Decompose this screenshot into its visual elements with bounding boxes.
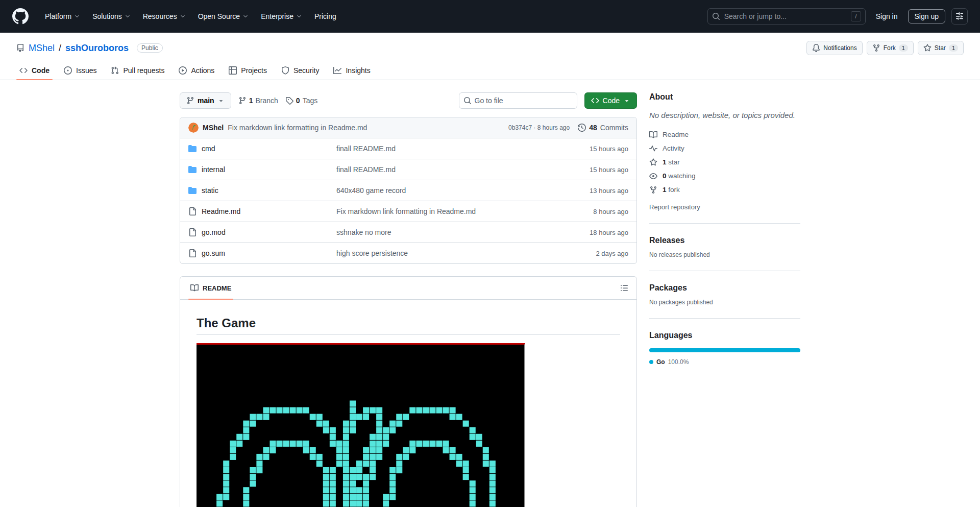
file-commit-time: 13 hours ago — [552, 187, 628, 195]
avatar[interactable] — [188, 123, 199, 133]
global-search-input[interactable]: Search or jump to... / — [707, 8, 866, 25]
code-dropdown-button[interactable]: Code — [584, 92, 637, 109]
readme-tab[interactable]: README — [188, 277, 233, 299]
sidebar-forks-link[interactable]: 1 fork — [649, 186, 800, 194]
latest-commit-bar: MShel Fix markdown link formatting in Re… — [180, 117, 636, 138]
appearance-settings-button[interactable] — [951, 8, 968, 25]
file-commit-message[interactable]: Fix markdown link formatting in Readme.m… — [336, 207, 552, 215]
game-record-image[interactable] — [197, 343, 525, 507]
book-icon — [649, 131, 657, 139]
file-name-link[interactable]: internal — [202, 165, 225, 174]
file-name-link[interactable]: cmd — [202, 144, 215, 153]
table-row[interactable]: static 640x480 game record 13 hours ago — [180, 180, 636, 201]
repo-header: MShel / sshOuroboros Public Notification… — [0, 33, 980, 59]
packages-section: Packages No packages published — [649, 271, 800, 306]
tab-issues[interactable]: Issues — [57, 61, 104, 80]
table-row[interactable]: go.mod sshnake no more 18 hours ago — [180, 222, 636, 243]
commit-history-link[interactable]: 48 Commits — [578, 124, 628, 132]
file-commit-message[interactable]: 640x480 game record — [336, 186, 552, 195]
commit-sha-time[interactable]: 0b374c7 · 8 hours ago — [508, 124, 570, 131]
nav-platform[interactable]: Platform — [40, 8, 85, 25]
sidebar-watchers-link[interactable]: 0 watching — [649, 172, 800, 180]
table-row[interactable]: go.sum high score persistence 2 days ago — [180, 243, 636, 263]
file-icon — [188, 249, 197, 257]
pulse-icon — [649, 144, 657, 153]
tab-code[interactable]: Code — [12, 61, 57, 80]
folder-icon — [188, 165, 197, 174]
file-name-link[interactable]: go.mod — [202, 228, 226, 236]
report-repository-link[interactable]: Report repository — [649, 203, 800, 211]
file-name-link[interactable]: go.sum — [202, 249, 225, 257]
language-dot — [649, 360, 653, 364]
commit-message-link[interactable]: Fix markdown link formatting in Readme.m… — [228, 124, 367, 132]
releases-empty-text: No releases published — [649, 251, 800, 258]
file-name-link[interactable]: static — [202, 186, 218, 195]
folder-icon — [188, 186, 197, 195]
sign-in-link[interactable]: Sign in — [872, 9, 902, 23]
breadcrumb: MShel / sshOuroboros Public — [16, 43, 163, 54]
packages-title: Packages — [649, 283, 800, 293]
releases-title: Releases — [649, 236, 800, 245]
tab-insights[interactable]: Insights — [326, 61, 377, 80]
sidebar-readme-link[interactable]: Readme — [649, 131, 800, 139]
language-bar — [649, 348, 800, 352]
releases-section: Releases No releases published — [649, 223, 800, 258]
languages-title: Languages — [649, 331, 800, 340]
visibility-badge: Public — [137, 43, 163, 53]
file-commit-time: 8 hours ago — [552, 208, 628, 215]
sidebar-stars-link[interactable]: 1 star — [649, 158, 800, 166]
tags-link[interactable]: 0 Tags — [285, 96, 317, 105]
file-browser: MShel Fix markdown link formatting in Re… — [180, 117, 637, 264]
star-icon — [923, 44, 932, 52]
readme-body: The Game — [180, 300, 636, 507]
repo-owner-link[interactable]: MShel — [29, 43, 55, 54]
star-button[interactable]: Star 1 — [918, 41, 964, 55]
tab-pull-requests[interactable]: Pull requests — [104, 61, 172, 80]
nav-pricing[interactable]: Pricing — [309, 8, 341, 25]
about-section: About No description, website, or topics… — [649, 92, 800, 211]
sliders-icon — [955, 12, 964, 20]
nav-enterprise[interactable]: Enterprise — [256, 8, 307, 25]
nav-solutions[interactable]: Solutions — [87, 8, 136, 25]
sign-up-button[interactable]: Sign up — [908, 9, 945, 23]
branch-icon — [238, 96, 247, 105]
file-commit-message[interactable]: sshnake no more — [336, 228, 552, 236]
folder-icon — [188, 144, 197, 153]
branch-selector[interactable]: main — [180, 92, 231, 109]
file-commit-message[interactable]: finall README.md — [336, 144, 552, 153]
search-placeholder: Search or jump to... — [724, 12, 787, 20]
branches-link[interactable]: 1 Branch — [238, 96, 278, 105]
outline-button[interactable] — [620, 284, 628, 292]
tab-security[interactable]: Security — [274, 61, 327, 80]
table-row[interactable]: Readme.md Fix markdown link formatting i… — [180, 201, 636, 222]
go-to-file-input[interactable] — [459, 92, 577, 109]
eye-icon — [649, 172, 657, 180]
commit-author-link[interactable]: MShel — [203, 124, 224, 132]
readme-header: README — [180, 277, 636, 300]
nav-resources[interactable]: Resources — [138, 8, 191, 25]
pull-request-icon — [111, 66, 119, 75]
fork-button[interactable]: Fork 1 — [867, 41, 914, 55]
fork-icon — [872, 44, 880, 52]
table-row[interactable]: internal finall README.md 15 hours ago — [180, 159, 636, 180]
repo-tab-nav: Code Issues Pull requests Actions Projec… — [0, 61, 980, 80]
repo-name-link[interactable]: sshOuroboros — [65, 43, 129, 54]
repo-icon — [16, 44, 24, 52]
file-commit-message[interactable]: high score persistence — [336, 249, 552, 257]
branch-icon — [186, 96, 194, 105]
nav-open-source[interactable]: Open Source — [193, 8, 254, 25]
tag-icon — [285, 96, 293, 105]
tab-projects[interactable]: Projects — [222, 61, 274, 80]
notifications-button[interactable]: Notifications — [806, 41, 862, 55]
graph-icon — [333, 66, 341, 75]
tab-actions[interactable]: Actions — [172, 61, 222, 80]
table-row[interactable]: cmd finall README.md 15 hours ago — [180, 138, 636, 159]
triangle-down-icon — [623, 97, 630, 104]
sidebar-activity-link[interactable]: Activity — [649, 144, 800, 153]
github-logo-icon[interactable] — [12, 8, 29, 25]
file-commit-message[interactable]: finall README.md — [336, 165, 552, 174]
language-go[interactable]: Go 100.0% — [649, 358, 800, 366]
sidebar: About No description, website, or topics… — [649, 92, 800, 507]
fork-icon — [649, 186, 657, 194]
file-name-link[interactable]: Readme.md — [202, 207, 240, 215]
